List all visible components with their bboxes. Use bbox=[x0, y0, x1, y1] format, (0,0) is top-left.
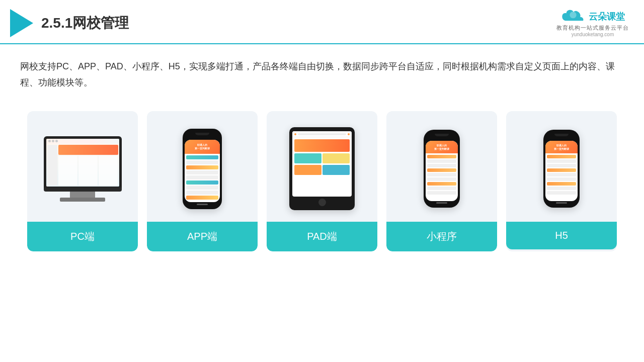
brand-name: 云朵课堂 bbox=[589, 11, 625, 23]
nav-dot bbox=[52, 140, 54, 142]
nav-dot bbox=[294, 133, 296, 135]
phone-row bbox=[547, 164, 576, 167]
phone-row bbox=[547, 173, 576, 176]
app-label: APP端 bbox=[147, 222, 258, 251]
tablet-card bbox=[323, 165, 350, 175]
h5-label: H5 bbox=[506, 222, 617, 249]
tablet-screen bbox=[292, 131, 352, 197]
svg-point-0 bbox=[570, 12, 576, 18]
miniprogram-phone-device: 职通人的第一堂判断课 bbox=[424, 130, 460, 208]
nav-dot bbox=[55, 140, 58, 142]
phone-row bbox=[186, 191, 218, 195]
phone-home bbox=[197, 204, 208, 205]
screen-card bbox=[78, 156, 98, 186]
app-card: 职通人的第一堂判断课 APP端 bbox=[147, 111, 258, 251]
phone-header-text: 职通人的第一堂判断课 bbox=[195, 143, 210, 150]
phone-row bbox=[547, 191, 576, 195]
phone-notch bbox=[554, 134, 569, 136]
miniprogram-label: 小程序 bbox=[386, 222, 497, 251]
app-phone-device: 职通人的第一堂判断课 bbox=[183, 129, 222, 209]
tablet-card bbox=[294, 165, 321, 175]
screen-body bbox=[46, 144, 119, 187]
phone-row bbox=[427, 187, 456, 190]
phone-row bbox=[547, 168, 576, 172]
phone-home bbox=[556, 202, 567, 204]
phone-row bbox=[547, 155, 576, 158]
phone-row bbox=[427, 177, 456, 181]
monitor-chin bbox=[44, 188, 122, 192]
cloud-icon bbox=[560, 9, 586, 24]
app-image-area: 职通人的第一堂判断课 bbox=[147, 111, 258, 222]
phone-header: 职通人的第一堂判断课 bbox=[545, 141, 578, 153]
brand-name-container: 云朵课堂 bbox=[589, 11, 625, 23]
tablet-nav bbox=[292, 131, 352, 137]
phone-home bbox=[436, 202, 447, 204]
phone-row bbox=[186, 170, 218, 174]
screen-main bbox=[58, 145, 118, 186]
pc-image-area bbox=[27, 111, 138, 222]
phone-row bbox=[427, 164, 456, 167]
phone-screen: 职通人的第一堂判断课 bbox=[185, 140, 220, 202]
tablet-body bbox=[292, 137, 352, 177]
header-left: 2.5.1网校管理 bbox=[10, 9, 129, 37]
miniprogram-card: 职通人的第一堂判断课 小程序 bbox=[386, 111, 497, 251]
phone-row bbox=[186, 155, 218, 159]
pad-card: PAD端 bbox=[267, 111, 377, 251]
phone-notch bbox=[195, 133, 209, 135]
phone-screen: 职通人的第一堂判断课 bbox=[426, 141, 458, 201]
miniprogram-image-area: 职通人的第一堂判断课 bbox=[386, 111, 497, 222]
brand-tagline: 教育机构一站式服务云平台 bbox=[556, 24, 629, 32]
screen-sidebar bbox=[47, 145, 57, 186]
tablet-card bbox=[294, 153, 321, 163]
pad-image-area bbox=[267, 111, 377, 222]
phone-screen: 职通人的第一堂判断课 bbox=[545, 141, 578, 201]
tablet-device bbox=[289, 127, 355, 210]
screen-banner bbox=[58, 145, 118, 155]
nav-bar bbox=[298, 133, 346, 135]
screen-card bbox=[58, 156, 77, 186]
pc-card: PC端 bbox=[27, 111, 138, 251]
phone-row bbox=[547, 177, 576, 181]
phone-row bbox=[186, 160, 218, 164]
nav-dot bbox=[48, 140, 51, 142]
h5-image-area: 职通人的第一堂判断课 bbox=[506, 111, 617, 222]
phone-row bbox=[547, 159, 576, 163]
monitor-stand bbox=[70, 192, 95, 198]
monitor-screen-outer bbox=[44, 136, 122, 188]
screen-card bbox=[99, 156, 118, 186]
h5-phone-device: 职通人的第一堂判断课 bbox=[543, 130, 580, 208]
phone-body bbox=[426, 153, 458, 196]
tablet-card bbox=[323, 153, 350, 163]
logo-triangle-icon bbox=[10, 9, 33, 37]
phone-row bbox=[427, 155, 456, 158]
page-title: 2.5.1网校管理 bbox=[41, 14, 129, 33]
phone-row bbox=[427, 168, 456, 172]
phone-body bbox=[545, 153, 578, 196]
phone-row bbox=[547, 187, 576, 190]
screen-content bbox=[46, 139, 119, 187]
h5-card: 职通人的第一堂判断课 H5 bbox=[506, 111, 617, 251]
phone-row bbox=[427, 191, 456, 195]
monitor-base bbox=[60, 198, 105, 202]
screen-cards bbox=[58, 156, 118, 186]
monitor-screen bbox=[46, 139, 119, 187]
brand-url: yunduoketang.com bbox=[572, 32, 614, 37]
tablet-cards bbox=[294, 153, 350, 163]
phone-row bbox=[186, 186, 218, 190]
phone-row bbox=[427, 173, 456, 176]
phone-header-text: 职通人的第一堂判断课 bbox=[554, 144, 569, 150]
phone-row bbox=[186, 175, 218, 179]
tablet-cards bbox=[294, 165, 350, 175]
phone-header: 职通人的第一堂判断课 bbox=[185, 140, 220, 154]
screen-nav bbox=[46, 139, 119, 144]
device-cards-container: PC端 职通人的第一堂判断课 bbox=[0, 96, 644, 266]
phone-header: 职通人的第一堂判断课 bbox=[426, 141, 458, 153]
monitor-device bbox=[42, 136, 123, 202]
phone-row bbox=[186, 180, 218, 185]
pad-label: PAD端 bbox=[267, 222, 377, 251]
description-text: 网校支持PC、APP、PAD、小程序、H5，实现多端打通，产品各终端自由切换，数… bbox=[0, 44, 644, 96]
phone-body bbox=[185, 154, 220, 201]
brand-logo: 云朵课堂 教育机构一站式服务云平台 yunduoketang.com bbox=[556, 9, 629, 37]
phone-row bbox=[186, 165, 218, 169]
nav-dot bbox=[348, 133, 350, 135]
